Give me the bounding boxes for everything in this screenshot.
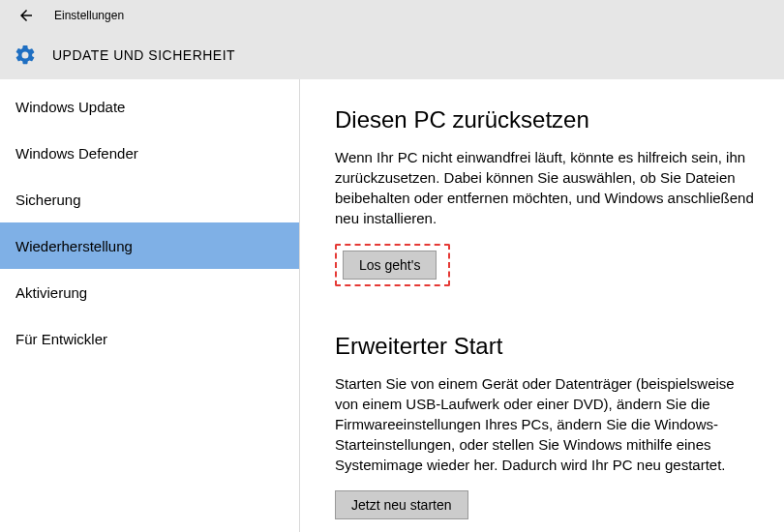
highlight-annotation: Los geht's xyxy=(335,244,450,286)
gear-icon xyxy=(14,44,37,67)
sidebar-item-label: Sicherung xyxy=(15,192,81,208)
reset-description: Wenn Ihr PC nicht einwandfrei läuft, kön… xyxy=(335,147,761,228)
window-title: Einstellungen xyxy=(54,9,124,22)
sidebar-item-backup[interactable]: Sicherung xyxy=(0,176,299,222)
titlebar: Einstellungen xyxy=(0,0,784,31)
header-title: UPDATE UND SICHERHEIT xyxy=(52,47,235,63)
sidebar-item-windows-defender[interactable]: Windows Defender xyxy=(0,130,299,176)
sidebar-item-label: Windows Defender xyxy=(15,145,138,162)
content: Diesen PC zurücksetzen Wenn Ihr PC nicht… xyxy=(300,79,784,532)
reset-title: Diesen PC zurücksetzen xyxy=(335,106,765,133)
advanced-description: Starten Sie von einem Gerät oder Datentr… xyxy=(335,373,761,475)
restart-now-button[interactable]: Jetzt neu starten xyxy=(335,490,468,519)
advanced-title: Erweiterter Start xyxy=(335,333,765,360)
sidebar-item-label: Aktivierung xyxy=(15,284,87,301)
sidebar-item-activation[interactable]: Aktivierung xyxy=(0,269,299,315)
reset-start-button[interactable]: Los geht's xyxy=(343,251,437,280)
back-button[interactable] xyxy=(12,1,41,30)
sidebar-item-windows-update[interactable]: Windows Update xyxy=(0,83,299,130)
sidebar-item-label: Windows Update xyxy=(15,99,125,115)
section-reset: Diesen PC zurücksetzen Wenn Ihr PC nicht… xyxy=(335,106,765,286)
sidebar-item-developers[interactable]: Für Entwickler xyxy=(0,315,299,362)
sidebar-item-label: Wiederherstellung xyxy=(15,238,133,254)
section-advanced-start: Erweiterter Start Starten Sie von einem … xyxy=(335,333,765,519)
sidebar: Windows Update Windows Defender Sicherun… xyxy=(0,79,300,532)
header: UPDATE UND SICHERHEIT xyxy=(0,31,784,79)
sidebar-item-label: Für Entwickler xyxy=(15,331,107,347)
sidebar-item-recovery[interactable]: Wiederherstellung xyxy=(0,222,299,269)
back-arrow-icon xyxy=(17,7,35,24)
